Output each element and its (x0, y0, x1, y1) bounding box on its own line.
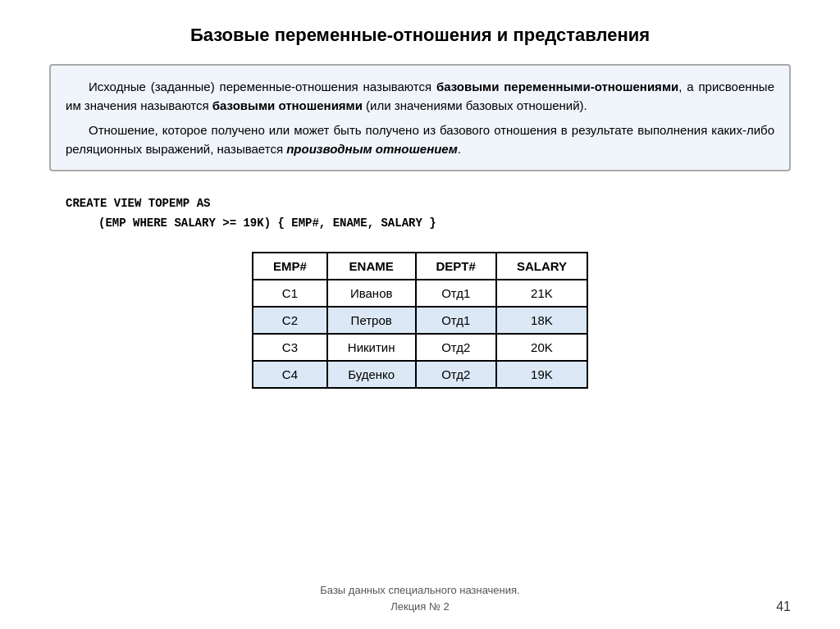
col-header-emp: EMP# (253, 253, 327, 280)
code-line-2: (EMP WHERE SALARY >= 19K) { EMP#, ENAME,… (66, 214, 791, 234)
table-cell-r3-c2: Отд2 (416, 361, 496, 388)
code-line-1: CREATE VIEW TOPEMP AS (66, 194, 791, 214)
table-cell-r0-c3: 21K (496, 280, 587, 307)
col-header-dept: DEPT# (416, 253, 496, 280)
code-block: CREATE VIEW TOPEMP AS (EMP WHERE SALARY … (49, 194, 791, 234)
table-cell-r0-c0: С1 (253, 280, 327, 307)
footer: Базы данных специального назначения.Лекц… (0, 574, 840, 614)
table-cell-r0-c1: Иванов (327, 280, 416, 307)
table-cell-r2-c2: Отд2 (416, 334, 496, 361)
info-paragraph-1: Исходные (заданные) переменные-отношения… (66, 77, 774, 116)
table-cell-r1-c1: Петров (327, 307, 416, 334)
table-cell-r1-c0: С2 (253, 307, 327, 334)
col-header-salary: SALARY (496, 253, 587, 280)
table-cell-r2-c3: 20K (496, 334, 587, 361)
slide-page: Базовые переменные-отношения и представл… (0, 0, 840, 629)
table-row: С3НикитинОтд220K (253, 334, 587, 361)
table-cell-r3-c1: Буденко (327, 361, 416, 388)
table-row: С2ПетровОтд118K (253, 307, 587, 334)
table-cell-r1-c3: 18K (496, 307, 587, 334)
page-number: 41 (776, 599, 791, 614)
table-cell-r1-c2: Отд1 (416, 307, 496, 334)
table-cell-r3-c3: 19K (496, 361, 587, 388)
table-cell-r2-c1: Никитин (327, 334, 416, 361)
table-row: С1ИвановОтд121K (253, 280, 587, 307)
table-cell-r0-c2: Отд1 (416, 280, 496, 307)
table-header-row: EMP# ENAME DEPT# SALARY (253, 253, 587, 280)
table-row: С4БуденкоОтд219K (253, 361, 587, 388)
table-cell-r3-c0: С4 (253, 361, 327, 388)
info-box: Исходные (заданные) переменные-отношения… (49, 64, 791, 171)
table-wrapper: EMP# ENAME DEPT# SALARY С1ИвановОтд121KС… (49, 252, 791, 389)
info-paragraph-2: Отношение, которое получено или может бы… (66, 121, 774, 159)
footer-text: Базы данных специального назначения.Лекц… (320, 582, 519, 614)
table-cell-r2-c0: С3 (253, 334, 327, 361)
slide-title: Базовые переменные-отношения и представл… (49, 25, 791, 46)
data-table: EMP# ENAME DEPT# SALARY С1ИвановОтд121KС… (252, 252, 588, 389)
col-header-ename: ENAME (327, 253, 416, 280)
